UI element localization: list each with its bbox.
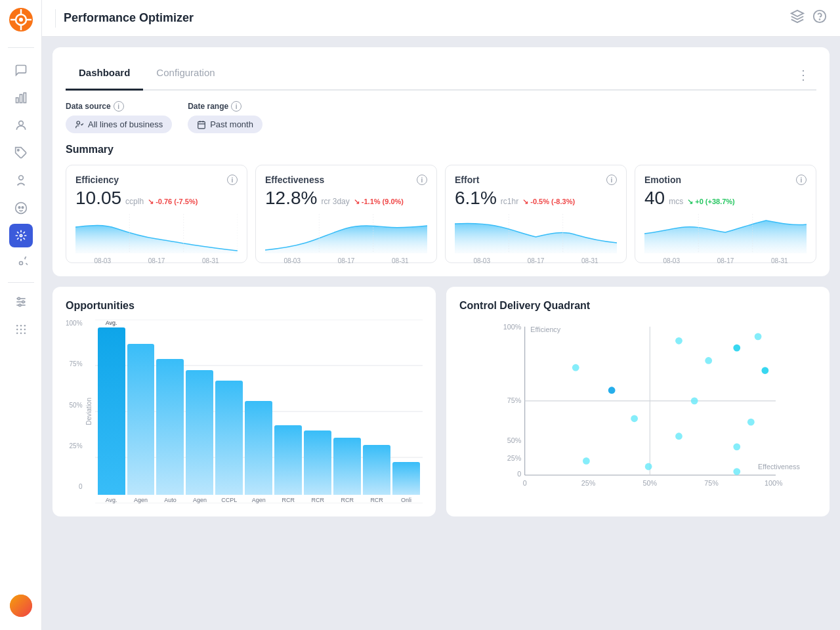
svg-point-23 (18, 304, 20, 306)
bar-col: Onli (392, 320, 420, 503)
y-axis-labels: 100% 75% 50% 25% 0 (66, 320, 85, 503)
bar-label: Agen (193, 497, 207, 503)
svg-text:25%: 25% (581, 479, 596, 487)
svg-point-10 (18, 121, 23, 125)
metric-value-effectiveness: 12.8% rcr 3day ↘ -1.1% (9.0%) (265, 188, 427, 209)
bar-col: Agen (245, 320, 272, 503)
opportunities-chart: 100% 75% 50% 25% 0 Deviation (66, 320, 423, 503)
bar[interactable] (215, 381, 243, 495)
opportunities-title: Opportunities (66, 300, 423, 312)
sidebar-item-grid[interactable] (9, 318, 33, 341)
metric-card-emotion: Emotion i 40 mcs ↘ +0 (+38.7%) (635, 165, 816, 263)
sidebar-item-control[interactable] (9, 251, 33, 275)
data-source-label: Data source i (66, 101, 172, 112)
bar[interactable] (304, 430, 331, 495)
layers-icon[interactable] (790, 9, 805, 27)
svg-point-12 (18, 176, 23, 180)
bar-label: RCR (341, 497, 354, 503)
data-source-info-icon[interactable]: i (114, 101, 124, 112)
metric-value-effort: 6.1% rc1hr ↘ -0.5% (-8.3%) (455, 188, 617, 209)
bar-label: CCPL (221, 497, 237, 503)
tab-more-button[interactable]: ⋮ (790, 60, 816, 89)
svg-point-35 (820, 19, 820, 20)
sidebar-item-person[interactable] (9, 169, 33, 192)
svg-point-15 (22, 207, 24, 209)
bar[interactable] (245, 401, 272, 495)
bar-chart-container: Avg.Avg.AgenAutoAgenCCPLAgenRCRRCRRCRRCR… (95, 320, 423, 503)
tab-configuration[interactable]: Configuration (143, 60, 228, 91)
data-source-button[interactable]: All lines of business (66, 116, 172, 133)
sidebar-avatar[interactable] (10, 595, 32, 617)
effectiveness-info-icon[interactable]: i (417, 175, 427, 185)
sidebar-item-sliders[interactable] (9, 290, 33, 314)
tab-dashboard[interactable]: Dashboard (66, 60, 143, 91)
date-range-button[interactable]: Past month (188, 116, 262, 133)
svg-point-36 (77, 121, 80, 124)
svg-text:Efficiency: Efficiency (530, 326, 560, 333)
bar[interactable] (186, 370, 213, 495)
bar[interactable] (333, 438, 361, 495)
svg-point-75 (705, 357, 712, 364)
app-logo[interactable] (9, 8, 33, 34)
sidebar-item-bot[interactable] (9, 196, 33, 220)
metric-card-effort: Effort i 6.1% rc1hr ↘ -0.5% (-8.3%) (445, 165, 627, 263)
sidebar-item-chat[interactable] (9, 58, 33, 82)
metric-card-effectiveness: Effectiveness i 12.8% rcr 3day ↘ -1.1% (… (255, 165, 437, 263)
svg-point-83 (733, 468, 740, 475)
bar[interactable] (274, 425, 302, 495)
svg-point-14 (18, 207, 20, 209)
svg-point-21 (18, 297, 20, 299)
bar[interactable] (156, 359, 184, 495)
metric-cards-grid: Efficiency i 10.05 ccplh ↘ -0.76 (-7.5%) (66, 165, 816, 263)
svg-marker-33 (791, 10, 803, 16)
svg-text:75%: 75% (704, 479, 719, 487)
data-source-filter: Data source i All lines of business (66, 101, 172, 133)
topbar-divider (55, 9, 56, 28)
bar-col: RCR (363, 320, 390, 503)
bar-col: RCR (274, 320, 302, 503)
svg-point-27 (16, 329, 18, 331)
y-axis-title: Deviation (85, 320, 93, 503)
cdq-chart: 100% 75% 50% 25% 0 0 25% 50% 75% 100% Ef… (459, 320, 816, 503)
bar[interactable] (363, 445, 390, 495)
bar-label: Onli (401, 497, 411, 503)
bar[interactable] (98, 327, 125, 495)
svg-text:100%: 100% (765, 479, 783, 487)
bar[interactable] (127, 344, 155, 495)
bar[interactable] (392, 462, 420, 495)
svg-text:50%: 50% (507, 436, 522, 444)
svg-point-2 (19, 18, 23, 22)
efficiency-info-icon[interactable]: i (227, 175, 238, 185)
sidebar-item-performance[interactable] (9, 224, 33, 247)
app-title: Performance Optimizer (64, 11, 194, 25)
sidebar-item-tag[interactable] (9, 141, 33, 165)
date-range-info-icon[interactable]: i (231, 101, 242, 112)
svg-text:Effectiveness: Effectiveness (758, 463, 800, 471)
sidebar-item-users[interactable] (9, 114, 33, 137)
metric-name-effort: Effort i (455, 175, 617, 185)
x-label-1: 08-03 (94, 257, 111, 264)
metric-value-efficiency: 10.05 ccplh ↘ -0.76 (-7.5%) (75, 188, 238, 209)
bar-label: Agen (252, 497, 266, 503)
svg-text:25%: 25% (507, 454, 522, 462)
help-icon[interactable] (812, 9, 827, 27)
effort-info-icon[interactable]: i (606, 175, 617, 185)
summary-section: Summary Efficiency i 10.05 ccplh ↘ -0.76… (66, 144, 816, 263)
cdq-card: Control Delivery Quadrant 100% 75% 50% 2… (446, 287, 830, 516)
bar-col: RCR (304, 320, 331, 503)
svg-point-32 (24, 333, 26, 335)
metric-name-emotion: Emotion i (644, 175, 807, 185)
svg-point-30 (16, 333, 18, 335)
effectiveness-chart: 08-03 08-17 08-31 (265, 214, 427, 253)
svg-point-84 (747, 419, 755, 426)
bar-label: RCR (370, 497, 383, 503)
sidebar-item-chart[interactable] (9, 86, 33, 110)
svg-text:0: 0 (517, 470, 521, 478)
svg-point-80 (733, 443, 740, 450)
svg-text:0: 0 (523, 479, 527, 487)
emotion-info-icon[interactable]: i (796, 175, 807, 185)
main-card: Dashboard Configuration ⋮ Data source i … (52, 47, 830, 276)
svg-text:100%: 100% (503, 323, 522, 331)
svg-point-73 (733, 345, 740, 352)
svg-point-78 (631, 415, 638, 422)
